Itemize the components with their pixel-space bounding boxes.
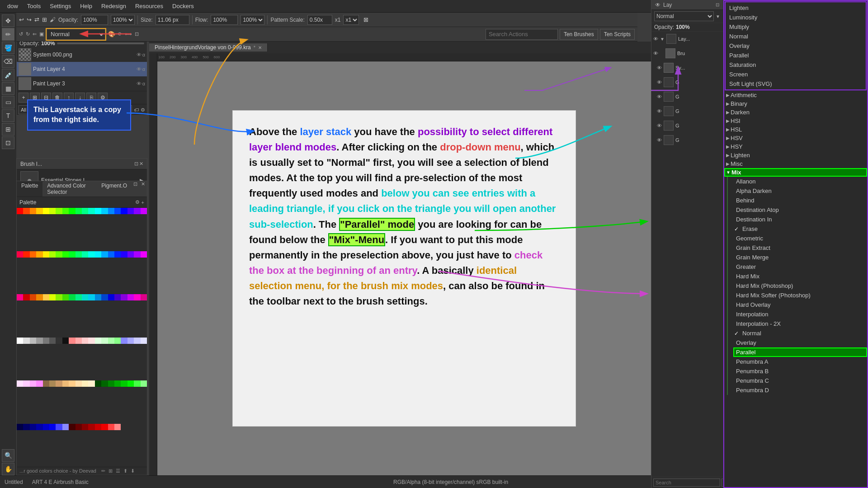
- color-swatch-32[interactable]: [95, 251, 101, 258]
- rp-layer-item-g4[interactable]: 👁 G: [651, 118, 723, 133]
- color-swatch-23[interactable]: [36, 251, 42, 258]
- color-swatch-80[interactable]: [17, 380, 23, 387]
- color-swatch-12[interactable]: [95, 208, 101, 214]
- dd-lighten-top[interactable]: Lighten: [726, 3, 866, 13]
- menu-item-tools[interactable]: Tools: [24, 2, 44, 10]
- rp-eye-g3[interactable]: 👁: [657, 108, 662, 114]
- wrap-btn[interactable]: ⇄: [34, 16, 39, 23]
- color-swatch-66[interactable]: [56, 338, 62, 344]
- color-swatch-90[interactable]: [82, 380, 88, 387]
- menu-item-resources[interactable]: Resources: [132, 2, 167, 10]
- shape-tool-btn[interactable]: ▭: [2, 96, 14, 108]
- rp-layers-expand-btn[interactable]: ⊡: [716, 2, 719, 7]
- color-swatch-112[interactable]: [95, 424, 101, 430]
- color-swatch-75[interactable]: [114, 338, 121, 344]
- dd-arrow-misc[interactable]: ▶: [726, 161, 730, 166]
- tag-icon[interactable]: 🏷: [134, 107, 139, 113]
- color-swatch-115[interactable]: [114, 424, 121, 430]
- menu-item-window[interactable]: dow: [4, 2, 22, 10]
- color-swatch-93[interactable]: [101, 380, 108, 387]
- dd-label-misc[interactable]: Misc: [731, 160, 743, 167]
- rp-layer-item-g3[interactable]: 👁 G: [651, 104, 723, 118]
- color-swatch-35[interactable]: [114, 251, 121, 258]
- palette-edit-btn[interactable]: ✏: [101, 468, 105, 474]
- color-swatch-47[interactable]: [62, 294, 69, 300]
- palette-export-btn[interactable]: ⬇: [131, 468, 135, 474]
- brush-panel-close[interactable]: ✕: [139, 161, 143, 167]
- visibility-icon-system[interactable]: 👁: [137, 52, 142, 57]
- color-swatch-38[interactable]: [134, 251, 140, 258]
- color-swatch-34[interactable]: [108, 251, 114, 258]
- color-swatch-108[interactable]: [69, 424, 75, 430]
- arrow-btn1[interactable]: ↺: [19, 31, 23, 37]
- color-swatch-4[interactable]: [43, 208, 49, 214]
- tag-settings-icon[interactable]: ⚙: [141, 107, 145, 113]
- color-swatch-62[interactable]: [30, 338, 36, 344]
- menu-item-help[interactable]: Help: [76, 2, 96, 10]
- color-swatch-28[interactable]: [69, 251, 75, 258]
- color-swatch-97[interactable]: [127, 380, 134, 387]
- transform-btn[interactable]: ⊞: [42, 16, 47, 23]
- color-swatch-95[interactable]: [114, 380, 121, 387]
- palette-close-btn[interactable]: ✕: [139, 181, 147, 197]
- color-swatch-8[interactable]: [69, 208, 75, 214]
- color-swatch-31[interactable]: [88, 251, 94, 258]
- dd-normal-sub[interactable]: Normal: [733, 328, 867, 338]
- dd-screen-top[interactable]: Screen: [726, 70, 866, 79]
- dd-erase[interactable]: Erase: [733, 224, 867, 234]
- size-input[interactable]: [156, 15, 189, 25]
- opacity-slider[interactable]: [57, 42, 144, 44]
- color-swatch-16[interactable]: [121, 208, 127, 214]
- ten-scripts-btn[interactable]: Ten Scripts: [600, 29, 635, 40]
- rp-eye-lay[interactable]: 👁: [653, 36, 658, 42]
- color-swatch-58[interactable]: [134, 294, 140, 300]
- color-swatch-15[interactable]: [114, 208, 121, 214]
- redo-btn[interactable]: ↪: [27, 16, 32, 23]
- color-swatch-27[interactable]: [62, 251, 69, 258]
- color-swatch-0[interactable]: [17, 208, 23, 214]
- color-swatch-33[interactable]: [101, 251, 108, 258]
- rp-eye-g5[interactable]: 👁: [657, 137, 662, 143]
- ten-brushes-btn[interactable]: Ten Brushes: [560, 29, 598, 40]
- menu-item-redesign[interactable]: Redesign: [98, 2, 130, 10]
- dd-label-arithmetic[interactable]: Arithmetic: [731, 92, 757, 99]
- color-swatch-100[interactable]: [17, 424, 23, 430]
- rp-layer-item-g1[interactable]: 👁 G: [651, 75, 723, 89]
- color-swatch-1[interactable]: [23, 208, 29, 214]
- rp-layer-item-sy[interactable]: 👁 Sy...: [651, 61, 723, 75]
- color-swatch-92[interactable]: [95, 380, 101, 387]
- palette-add-btn[interactable]: +: [142, 200, 144, 205]
- dd-penumbra-c[interactable]: Penumbra C: [733, 376, 867, 385]
- gradient-tool-btn[interactable]: ▦: [2, 82, 14, 95]
- color-swatch-81[interactable]: [23, 380, 29, 387]
- color-swatch-114[interactable]: [108, 424, 114, 430]
- rp-eye-bru[interactable]: 👁: [653, 51, 658, 56]
- dd-label-lighten2[interactable]: Lighten: [731, 152, 750, 159]
- rp-eye-sy[interactable]: 👁: [657, 65, 662, 70]
- layer-item-paint4[interactable]: Paint Layer 4 👁 α: [17, 62, 147, 76]
- layer-item-paint3[interactable]: Paint Layer 3 👁 α: [17, 76, 147, 91]
- dd-label-hsl[interactable]: HSL: [731, 126, 742, 133]
- color-swatch-18[interactable]: [134, 208, 140, 214]
- expand-btn[interactable]: ⇐: [33, 31, 37, 37]
- dd-arrow-hsi[interactable]: ▶: [726, 118, 730, 123]
- color-swatch-60[interactable]: [17, 338, 23, 344]
- eyedropper-tool-btn[interactable]: 💉: [2, 69, 14, 81]
- menu-item-settings[interactable]: Settings: [46, 2, 75, 10]
- color-swatch-25[interactable]: [49, 251, 56, 258]
- color-swatch-46[interactable]: [56, 294, 62, 300]
- color-swatch-9[interactable]: [75, 208, 82, 214]
- color-swatch-67[interactable]: [62, 338, 69, 344]
- color-swatch-76[interactable]: [121, 338, 127, 344]
- color-swatch-88[interactable]: [69, 380, 75, 387]
- transform-tool-btn[interactable]: ⊞: [2, 123, 14, 136]
- color-swatch-22[interactable]: [30, 251, 36, 258]
- color-swatch-84[interactable]: [43, 380, 49, 387]
- palette-tab-pigment[interactable]: Pigment.O: [97, 181, 132, 197]
- color-swatch-106[interactable]: [56, 424, 62, 430]
- color-swatch-54[interactable]: [108, 294, 114, 300]
- color-swatch-63[interactable]: [36, 338, 42, 344]
- dd-label-darken[interactable]: Darken: [731, 109, 750, 116]
- color-swatch-73[interactable]: [101, 338, 108, 344]
- mirror-btn[interactable]: ⊠: [363, 16, 368, 23]
